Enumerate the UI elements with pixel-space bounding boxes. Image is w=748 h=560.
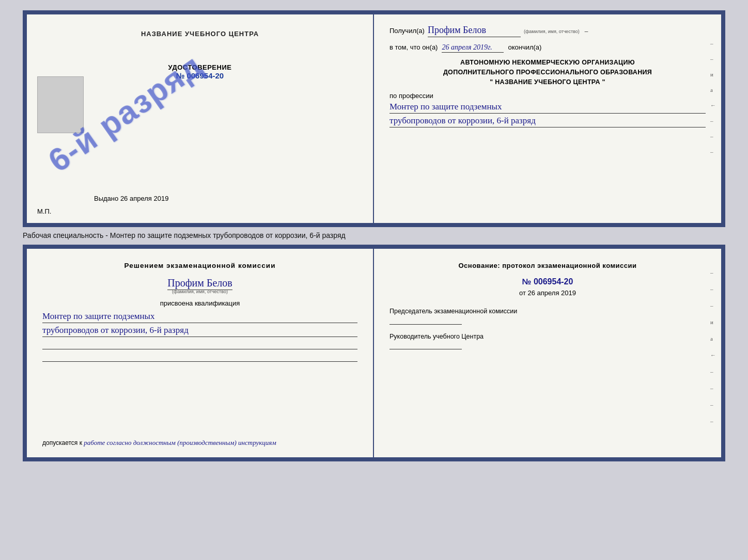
udostoverenie-number: № 006954-20	[168, 71, 232, 80]
udostoverenie-title: УДОСТОВЕРЕНИЕ	[168, 63, 232, 71]
proto-num-prefix: №	[522, 277, 532, 286]
poluchil-label: Получил(а)	[389, 27, 425, 35]
recipient-name-top: Профим Белов	[428, 25, 521, 37]
profession-lines-bottom: Монтер по защите подземных трубопроводов…	[42, 311, 357, 362]
okonchil-label: окончил(а)	[508, 43, 541, 51]
prisvoena-label: присвоена квалификация	[42, 299, 357, 307]
completion-date: 26 апреля 2019г.	[442, 43, 504, 53]
right-side-lines-top: – – и а ← – – –	[710, 40, 716, 155]
page-wrapper: НАЗВАНИЕ УЧЕБНОГО ЦЕНТРА УДОСТОВЕРЕНИЕ №…	[10, 10, 738, 461]
rukovoditel-block: Руководитель учебного Центра	[389, 332, 706, 350]
osnovanie-title: Основание: протокол экзаменационной коми…	[389, 262, 706, 269]
ot-date-line: от 26 апреля 2019	[389, 289, 706, 297]
name-sublabel-bottom: (фамилия, имя, отчество)	[42, 289, 357, 294]
proto-num-value: 006954-20	[534, 277, 573, 286]
proto-number: № 006954-20	[389, 277, 706, 286]
udostoverenie-block: УДОСТОВЕРЕНИЕ № 006954-20	[168, 63, 232, 80]
profession-line1-bottom: Монтер по защите подземных	[42, 311, 357, 323]
predsedatel-signature-line	[389, 324, 462, 325]
ot-prefix: от	[519, 289, 526, 297]
dopuskaetsya-block: допускается к работе согласно должностны…	[42, 439, 357, 447]
vtom-line: в том, что он(а) 26 апреля 2019г. окончи…	[389, 43, 706, 53]
name-sublabel-top: (фамилия, имя, отчество)	[524, 29, 580, 34]
bottom-certificate: Решением экзаменационной комиссии Профим…	[23, 245, 725, 461]
bottom-cert-right: Основание: протокол экзаменационной коми…	[374, 249, 721, 457]
resheniem-title: Решением экзаменационной комиссии	[42, 262, 357, 269]
org-line1: АВТОНОМНУЮ НЕКОММЕРЧЕСКУЮ ОРГАНИЗАЦИЮ	[389, 58, 706, 68]
recipient-name-bottom: Профим Белов	[167, 277, 232, 290]
profession-line1-top: Монтер по защите подземных	[389, 102, 706, 114]
org-line2: ДОПОЛНИТЕЛЬНОГО ПРОФЕССИОНАЛЬНОГО ОБРАЗО…	[389, 68, 706, 77]
caption-text: Рабочая специальность - Монтер по защите…	[23, 231, 725, 239]
poluchil-line: Получил(а) Профим Белов (фамилия, имя, о…	[389, 25, 706, 37]
vydano-label: Выдано	[94, 195, 118, 202]
number-prefix: №	[176, 71, 185, 80]
predsedatel-block: Председатель экзаменационной комиссии	[389, 307, 706, 325]
profession-line2-bottom: трубопроводов от коррозии, 6-й разряд	[42, 325, 357, 337]
dash1: –	[585, 27, 588, 35]
predsedatel-label: Председатель экзаменационной комиссии	[389, 307, 706, 316]
top-certificate: НАЗВАНИЕ УЧЕБНОГО ЦЕНТРА УДОСТОВЕРЕНИЕ №…	[23, 10, 725, 227]
org-block: АВТОНОМНУЮ НЕКОММЕРЧЕСКУЮ ОРГАНИЗАЦИЮ ДО…	[389, 58, 706, 87]
top-cert-left: НАЗВАНИЕ УЧЕБНОГО ЦЕНТРА УДОСТОВЕРЕНИЕ №…	[27, 14, 374, 223]
ot-date-value: 26 апреля 2019	[528, 289, 576, 297]
vydano-date: 26 апреля 2019	[120, 195, 169, 202]
profession-line2-top: трубопроводов от коррозии, 6-й разряд	[389, 116, 706, 127]
po-professii-label: по профессии	[389, 92, 706, 100]
org-name: " НАЗВАНИЕ УЧЕБНОГО ЦЕНТРА "	[389, 77, 706, 87]
rukovoditel-signature-line	[389, 349, 462, 349]
vtom-label: в том, что он(а)	[389, 43, 438, 51]
rukovoditel-label: Руководитель учебного Центра	[389, 332, 706, 342]
dopuskaetsya-label: допускается к	[42, 439, 82, 446]
profession-lines-top: Монтер по защите подземных трубопроводов…	[389, 102, 706, 127]
top-cert-right: Получил(а) Профим Белов (фамилия, имя, о…	[374, 14, 721, 223]
vydano-line: Выдано 26 апреля 2019	[94, 195, 168, 202]
top-cert-title: НАЗВАНИЕ УЧЕБНОГО ЦЕНТРА	[141, 30, 259, 38]
mp-line: М.П.	[37, 207, 51, 215]
right-side-lines-bottom: – – – и а ← – – – –	[710, 269, 716, 424]
photo-placeholder	[37, 76, 84, 133]
bottom-cert-left: Решением экзаменационной комиссии Профим…	[27, 249, 374, 457]
fio-block-bottom: Профим Белов (фамилия, имя, отчество)	[42, 277, 357, 294]
number-value: 006954-20	[186, 71, 224, 80]
dopuskaetsya-text: работе согласно должностным (производств…	[84, 439, 276, 446]
